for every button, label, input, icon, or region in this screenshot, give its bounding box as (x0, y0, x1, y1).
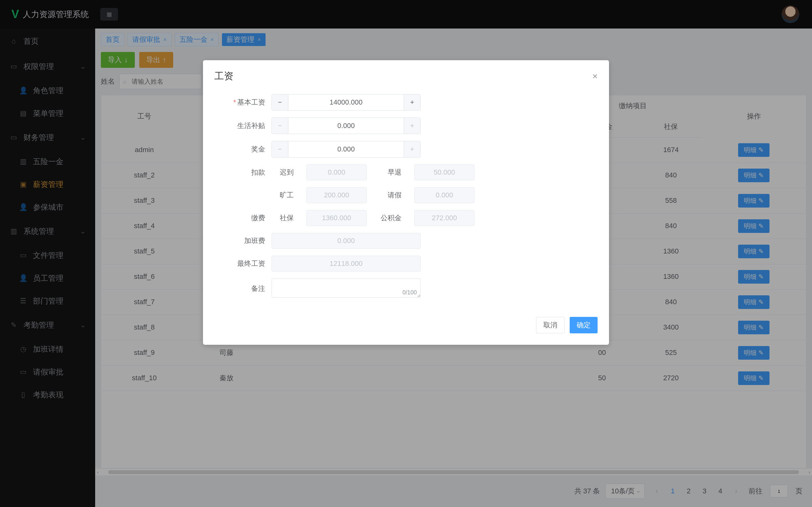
social-label: 社保 (271, 213, 294, 223)
final-value: 12118.000 (271, 256, 420, 272)
fees-label: 缴费 (214, 213, 271, 223)
decrease-button[interactable]: − (272, 95, 288, 110)
absent-label: 旷工 (271, 190, 294, 200)
final-label: 最终工资 (214, 259, 271, 268)
leave-value: 0.000 (414, 187, 474, 203)
absent-value: 200.000 (306, 187, 367, 203)
decrease-button[interactable]: − (272, 141, 288, 157)
bonus-field[interactable] (288, 141, 404, 157)
modal-overlay: 工资 × *基本工资 − + 生活补贴 − + (0, 0, 812, 507)
early-label: 早退 (379, 168, 402, 177)
increase-button[interactable]: + (404, 141, 420, 157)
modal-body: *基本工资 − + 生活补贴 − + 奖金 − (203, 88, 609, 311)
overtime-value: 0.000 (271, 233, 420, 249)
fund-value: 272.000 (414, 210, 474, 226)
allowance-input: − + (271, 118, 420, 134)
leave-label: 请假 (379, 190, 402, 200)
early-value: 50.000 (414, 164, 474, 180)
remark-label: 备注 (214, 284, 271, 293)
remark-textarea[interactable] (271, 279, 420, 297)
deduction-label: 扣款 (214, 168, 271, 177)
allowance-label: 生活补贴 (214, 121, 271, 130)
salary-modal: 工资 × *基本工资 − + 生活补贴 − + (203, 60, 609, 345)
late-label: 迟到 (271, 168, 294, 177)
cancel-button[interactable]: 取消 (536, 317, 565, 333)
overtime-label: 加班费 (214, 236, 271, 245)
allowance-field[interactable] (288, 118, 404, 134)
social-value: 1360.000 (306, 210, 367, 226)
bonus-input: − + (271, 141, 420, 158)
increase-button[interactable]: + (404, 118, 420, 134)
close-icon[interactable]: × (593, 71, 598, 81)
modal-footer: 取消 确定 (203, 311, 609, 345)
bonus-label: 奖金 (214, 145, 271, 154)
increase-button[interactable]: + (404, 95, 420, 110)
base-salary-field[interactable] (288, 95, 404, 110)
decrease-button[interactable]: − (272, 118, 288, 134)
char-count: 0/100 (403, 289, 417, 296)
confirm-button[interactable]: 确定 (570, 317, 598, 333)
late-value: 0.000 (306, 164, 367, 180)
base-salary-label: *基本工资 (214, 98, 271, 107)
fund-label: 公积金 (379, 213, 402, 223)
base-salary-input: − + (271, 94, 420, 111)
modal-title: 工资 (214, 70, 234, 83)
modal-header: 工资 × (203, 60, 609, 88)
